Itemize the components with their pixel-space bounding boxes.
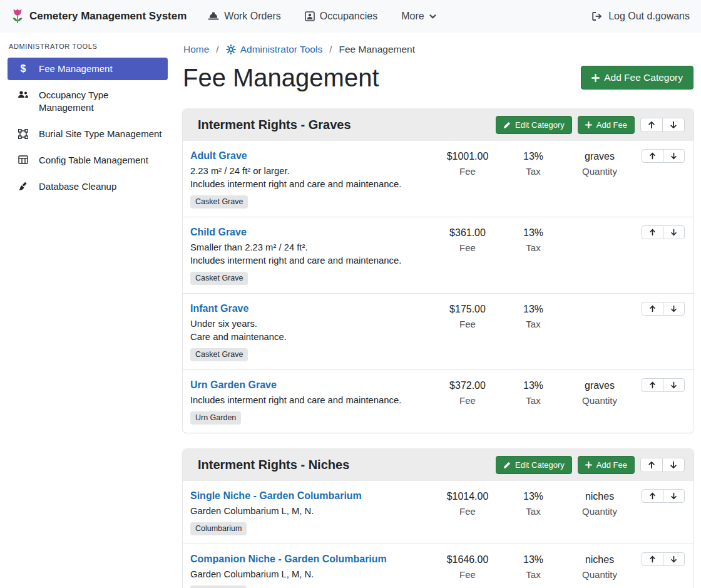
nav-work-orders-label: Work Orders xyxy=(224,11,280,22)
fee-amount: $1646.00Fee xyxy=(427,552,508,582)
sidebar-item-fee-management[interactable]: $ Fee Management xyxy=(8,58,168,80)
arrow-up-icon xyxy=(648,461,655,469)
dollar-icon: $ xyxy=(16,64,30,74)
fee-row: Child Grave Smaller than 2.23 m² / 24 ft… xyxy=(183,217,693,294)
move-category-down-button[interactable] xyxy=(662,118,685,132)
category-reorder-buttons xyxy=(640,118,685,132)
breadcrumb-admin-tools-link[interactable]: Administrator Tools xyxy=(226,44,323,55)
hard-hat-icon xyxy=(208,11,219,21)
move-fee-down-button[interactable] xyxy=(663,302,685,316)
logout-button[interactable]: Log Out d.gowans xyxy=(591,11,690,22)
breadcrumb: Home / Administrator Tools xyxy=(183,44,693,55)
fee-amount: $1001.00Fee xyxy=(427,149,508,178)
fee-amount: $1014.00Fee xyxy=(427,489,508,518)
nav-occupancies[interactable]: Occupancies xyxy=(305,11,378,22)
edit-category-button[interactable]: Edit Category xyxy=(496,116,572,134)
arrow-up-icon xyxy=(649,229,656,236)
plus-icon xyxy=(585,462,592,468)
arrow-down-icon xyxy=(670,152,677,160)
fee-tax: 13%Tax xyxy=(508,149,558,178)
breadcrumb-separator: / xyxy=(216,44,218,55)
fee-row: Urn Garden Grave Includes interment righ… xyxy=(183,370,693,433)
fee-name-link[interactable]: Companion Niche - Garden Columbarium xyxy=(190,552,387,566)
category-card-graves: Interment Rights - Graves Edit Category … xyxy=(183,109,693,433)
move-fee-down-button[interactable] xyxy=(663,378,685,392)
tulip-logo-icon xyxy=(11,8,24,25)
arrow-down-icon xyxy=(670,381,677,389)
category-title: Interment Rights - Niches xyxy=(198,458,490,472)
fee-description: Includes interment right and care and ma… xyxy=(190,178,427,191)
move-category-down-button[interactable] xyxy=(662,458,685,472)
fee-name-link[interactable]: Child Grave xyxy=(190,225,247,239)
sidebar-item-burial-site-type-management[interactable]: Burial Site Type Management xyxy=(8,123,168,145)
category-title: Interment Rights - Graves xyxy=(198,118,490,132)
vector-square-icon xyxy=(16,129,30,139)
pencil-icon xyxy=(503,121,511,129)
arrow-down-icon xyxy=(670,555,677,563)
gear-icon xyxy=(226,44,236,54)
arrow-up-icon xyxy=(649,152,656,160)
move-fee-up-button[interactable] xyxy=(642,302,663,316)
move-fee-down-button[interactable] xyxy=(663,552,685,566)
nav-more[interactable]: More xyxy=(401,11,436,22)
arrow-up-icon xyxy=(649,555,656,563)
move-category-up-button[interactable] xyxy=(640,458,663,472)
move-fee-down-button[interactable] xyxy=(663,489,685,503)
sidebar-item-label: Config Table Management xyxy=(39,154,148,167)
fee-reorder-buttons xyxy=(642,149,685,163)
fee-name-link[interactable]: Adult Grave xyxy=(190,149,247,163)
sidebar-item-label: Burial Site Type Management xyxy=(39,128,162,140)
breadcrumb-home-link[interactable]: Home xyxy=(183,44,209,55)
arrow-up-icon xyxy=(648,121,655,129)
fee-name-link[interactable]: Urn Garden Grave xyxy=(190,378,277,392)
move-fee-up-button[interactable] xyxy=(642,149,663,163)
fee-type-badge: Casket Grave xyxy=(190,348,248,361)
occupant-frame-icon xyxy=(305,11,315,21)
move-fee-up-button[interactable] xyxy=(642,378,663,392)
sidebar-item-database-cleanup[interactable]: Database Cleanup xyxy=(8,175,168,198)
add-fee-category-button[interactable]: Add Fee Category xyxy=(581,66,693,90)
sidebar-item-occupancy-type-management[interactable]: Occupancy Type Management xyxy=(8,84,168,119)
fee-amount: $175.00Fee xyxy=(427,302,508,331)
sign-out-icon xyxy=(591,11,603,21)
fee-tax: 13%Tax xyxy=(508,552,558,582)
pencil-icon xyxy=(503,462,511,469)
plus-icon xyxy=(591,74,600,82)
category-reorder-buttons xyxy=(640,458,685,472)
edit-category-button[interactable]: Edit Category xyxy=(496,456,572,474)
arrow-up-icon xyxy=(649,305,656,312)
app-brand[interactable]: Cemetery Management System xyxy=(11,8,187,25)
main-content: Home / Administrator Tools xyxy=(175,33,701,588)
fee-description: Includes interment right and care and ma… xyxy=(190,254,427,267)
fee-description: Garden Columbarium L, M, N. xyxy=(190,505,427,518)
fee-quantity: gravesQuantity xyxy=(558,378,641,408)
fee-quantity: nichesQuantity xyxy=(558,552,641,582)
move-fee-down-button[interactable] xyxy=(663,225,685,239)
category-header: Interment Rights - Niches Edit Category … xyxy=(183,449,693,481)
fee-name-link[interactable]: Single Niche - Garden Columbarium xyxy=(190,489,362,503)
move-fee-up-button[interactable] xyxy=(642,225,663,239)
move-category-up-button[interactable] xyxy=(640,118,663,132)
nav-occupancies-label: Occupancies xyxy=(320,11,378,22)
fee-name-link[interactable]: Infant Grave xyxy=(190,302,248,316)
fee-quantity: gravesQuantity xyxy=(558,149,641,178)
sidebar-item-config-table-management[interactable]: Config Table Management xyxy=(8,149,168,172)
fee-reorder-buttons xyxy=(642,552,685,566)
broom-icon xyxy=(16,182,30,192)
fee-reorder-buttons xyxy=(642,378,685,392)
fee-tax: 13%Tax xyxy=(508,302,558,331)
page-title: Fee Management xyxy=(183,63,379,93)
breadcrumb-current: Fee Management xyxy=(339,44,416,55)
move-fee-up-button[interactable] xyxy=(642,489,663,503)
arrow-down-icon xyxy=(670,305,677,312)
add-fee-button[interactable]: Add Fee xyxy=(578,116,635,134)
move-fee-up-button[interactable] xyxy=(642,552,663,566)
nav-work-orders[interactable]: Work Orders xyxy=(208,11,280,22)
fee-quantity xyxy=(558,225,641,227)
fee-description: Smaller than 2.23 m² / 24 ft². xyxy=(190,241,427,254)
move-fee-down-button[interactable] xyxy=(663,149,685,163)
fee-row: Single Niche - Garden Columbarium Garden… xyxy=(183,481,693,544)
add-fee-button[interactable]: Add Fee xyxy=(578,456,635,474)
fee-tax: 13%Tax xyxy=(508,378,558,408)
chevron-down-icon xyxy=(429,14,436,19)
